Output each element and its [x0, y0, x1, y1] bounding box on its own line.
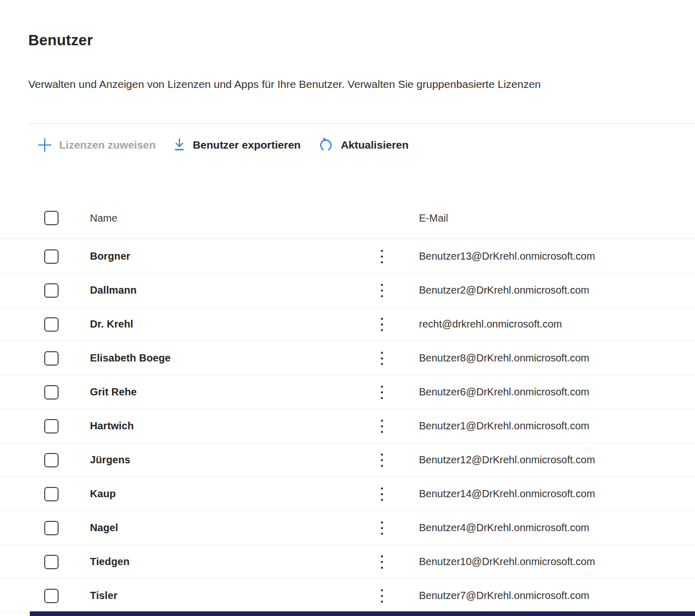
more-options-icon[interactable] — [377, 307, 387, 341]
table-row[interactable]: Jürgens Benutzer12@DrKrehl.onmicrosoft.c… — [0, 443, 695, 477]
table-row[interactable]: Grit Rehe Benutzer6@DrKrehl.onmicrosoft.… — [0, 375, 695, 409]
user-email: Benutzer7@DrKrehl.onmicrosoft.com — [419, 579, 590, 612]
export-users-button[interactable]: Benutzer exportieren — [173, 136, 301, 154]
table-row[interactable]: Dallmann Benutzer2@DrKrehl.onmicrosoft.c… — [0, 274, 695, 307]
user-email: Benutzer14@DrKrehl.onmicrosoft.com — [419, 477, 595, 511]
user-name: Nagel — [90, 511, 118, 545]
user-name: Elisabeth Boege — [90, 341, 171, 375]
more-options-icon[interactable] — [377, 341, 387, 375]
user-email: Benutzer13@DrKrehl.onmicrosoft.com — [419, 240, 595, 273]
user-email: Benutzer6@DrKrehl.onmicrosoft.com — [419, 375, 590, 409]
page-description: Verwalten und Anzeigen von Lizenzen und … — [28, 78, 695, 90]
table-row[interactable]: Borgner Benutzer13@DrKrehl.onmicrosoft.c… — [0, 240, 695, 274]
user-name: Jürgens — [90, 443, 131, 477]
user-name: Dr. Krehl — [90, 307, 133, 341]
user-email: Benutzer8@DrKrehl.onmicrosoft.com — [419, 341, 590, 375]
row-checkbox[interactable] — [44, 351, 59, 366]
assign-licenses-button[interactable]: Lizenzen zuweisen — [37, 136, 156, 154]
more-options-icon[interactable] — [377, 511, 387, 545]
user-email: Benutzer1@DrKrehl.onmicrosoft.com — [419, 409, 590, 443]
column-header-name[interactable]: Name — [90, 212, 117, 224]
user-email: recht@drkrehl.onmicrosoft.com — [419, 307, 562, 341]
user-name: Tisler — [90, 579, 118, 612]
row-checkbox[interactable] — [44, 317, 59, 332]
table-header: Name E-Mail — [0, 204, 695, 239]
row-checkbox[interactable] — [44, 385, 59, 400]
plus-icon — [37, 137, 52, 153]
table-row[interactable]: Tisler Benutzer7@DrKrehl.onmicrosoft.com — [0, 579, 695, 613]
user-name: Borgner — [90, 240, 130, 273]
more-options-icon[interactable] — [377, 579, 387, 612]
select-all-checkbox[interactable] — [44, 211, 59, 225]
more-options-icon[interactable] — [377, 443, 387, 477]
row-checkbox[interactable] — [44, 589, 59, 603]
user-email: Benutzer12@DrKrehl.onmicrosoft.com — [419, 443, 595, 477]
table-row[interactable]: Kaup Benutzer14@DrKrehl.onmicrosoft.com — [0, 477, 695, 511]
download-icon — [173, 137, 186, 153]
table-body: Borgner Benutzer13@DrKrehl.onmicrosoft.c… — [0, 240, 695, 613]
row-checkbox[interactable] — [44, 453, 59, 467]
user-name: Hartwich — [90, 409, 134, 443]
refresh-icon — [318, 137, 334, 153]
column-header-email[interactable]: E-Mail — [419, 212, 448, 224]
users-page: Benutzer Verwalten und Anzeigen von Lize… — [0, 0, 695, 616]
user-name: Grit Rehe — [90, 375, 137, 409]
table-row[interactable]: Dr. Krehl recht@drkrehl.onmicrosoft.com — [0, 307, 695, 341]
row-checkbox[interactable] — [44, 521, 59, 535]
more-options-icon[interactable] — [377, 274, 387, 307]
row-checkbox[interactable] — [44, 487, 59, 501]
refresh-button[interactable]: Aktualisieren — [318, 136, 409, 154]
table-row[interactable]: Hartwich Benutzer1@DrKrehl.onmicrosoft.c… — [0, 409, 695, 443]
user-email: Benutzer2@DrKrehl.onmicrosoft.com — [419, 274, 590, 307]
row-checkbox[interactable] — [44, 249, 59, 264]
row-checkbox[interactable] — [44, 555, 59, 569]
more-options-icon[interactable] — [377, 545, 387, 578]
more-options-icon[interactable] — [377, 240, 387, 273]
table-row[interactable]: Tiedgen Benutzer10@DrKrehl.onmicrosoft.c… — [0, 545, 695, 579]
export-users-label: Benutzer exportieren — [193, 136, 301, 154]
bottom-bar — [30, 611, 695, 616]
user-email: Benutzer10@DrKrehl.onmicrosoft.com — [419, 545, 595, 578]
user-name: Tiedgen — [90, 545, 130, 578]
user-email: Benutzer4@DrKrehl.onmicrosoft.com — [419, 511, 590, 545]
table-row[interactable]: Nagel Benutzer4@DrKrehl.onmicrosoft.com — [0, 511, 695, 545]
row-checkbox[interactable] — [44, 283, 59, 298]
table-row[interactable]: Elisabeth Boege Benutzer8@DrKrehl.onmicr… — [0, 341, 695, 375]
page-title: Benutzer — [28, 32, 93, 49]
more-options-icon[interactable] — [377, 409, 387, 443]
refresh-label: Aktualisieren — [341, 136, 409, 154]
user-name: Kaup — [90, 477, 116, 511]
command-bar: Lizenzen zuweisen Benutzer exportieren A… — [28, 123, 695, 154]
user-name: Dallmann — [90, 274, 137, 307]
more-options-icon[interactable] — [377, 375, 387, 409]
assign-licenses-label: Lizenzen zuweisen — [59, 136, 156, 154]
more-options-icon[interactable] — [377, 477, 387, 511]
row-checkbox[interactable] — [44, 419, 59, 433]
